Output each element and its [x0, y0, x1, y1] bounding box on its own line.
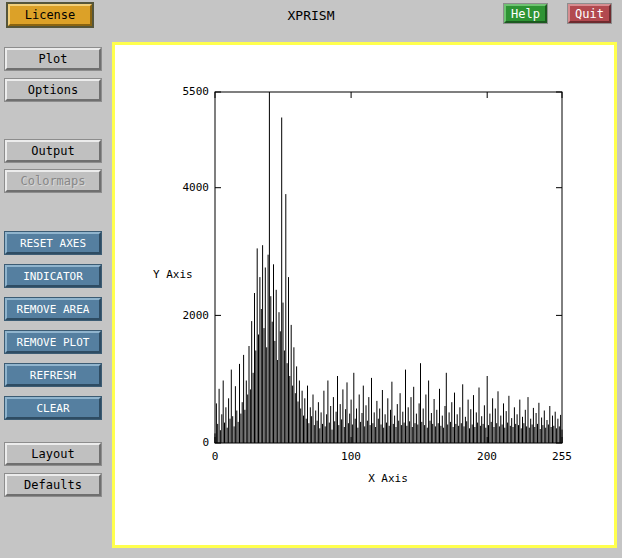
- x-axis-title: X Axis: [308, 472, 468, 485]
- plot-menu-button[interactable]: Plot: [5, 48, 101, 70]
- ytick-label-0: 0: [165, 436, 209, 449]
- reset-axes-button[interactable]: RESET AXES: [5, 232, 101, 254]
- indicator-button[interactable]: INDICATOR: [5, 265, 101, 287]
- spectrum-chart-canvas[interactable]: [115, 45, 614, 545]
- colormaps-button-disabled: Colormaps: [5, 170, 101, 192]
- xtick-label-200: 200: [467, 450, 507, 463]
- defaults-button[interactable]: Defaults: [5, 474, 101, 496]
- refresh-button[interactable]: REFRESH: [5, 364, 101, 386]
- remove-plot-button[interactable]: REMOVE PLOT: [5, 331, 101, 353]
- y-axis-title: Y Axis: [153, 268, 193, 281]
- plot-panel: 5500 4000 2000 0 Y Axis 0 100 200 255 X …: [112, 42, 617, 548]
- xtick-label-0: 0: [195, 450, 235, 463]
- xtick-label-255: 255: [542, 450, 582, 463]
- quit-button[interactable]: Quit: [568, 4, 611, 23]
- clear-button[interactable]: CLEAR: [5, 397, 101, 419]
- ytick-label-5500: 5500: [165, 85, 209, 98]
- output-menu-button[interactable]: Output: [5, 140, 101, 162]
- layout-button[interactable]: Layout: [5, 443, 101, 465]
- xtick-label-100: 100: [331, 450, 371, 463]
- ytick-label-2000: 2000: [165, 309, 209, 322]
- remove-area-button[interactable]: REMOVE AREA: [5, 298, 101, 320]
- spectrum-trace: [215, 92, 562, 443]
- options-menu-button[interactable]: Options: [5, 79, 101, 101]
- ytick-label-4000: 4000: [165, 181, 209, 194]
- help-button[interactable]: Help: [504, 4, 547, 23]
